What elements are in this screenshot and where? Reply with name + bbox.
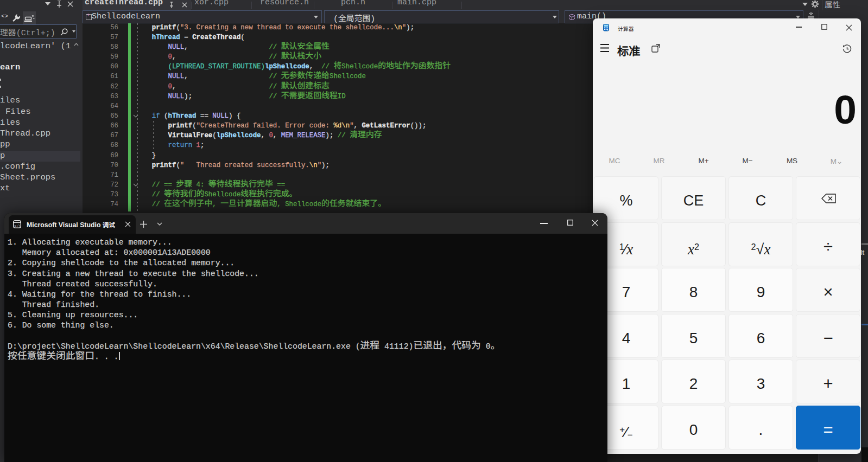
svg-text:c:\: c:\ [15, 224, 21, 228]
